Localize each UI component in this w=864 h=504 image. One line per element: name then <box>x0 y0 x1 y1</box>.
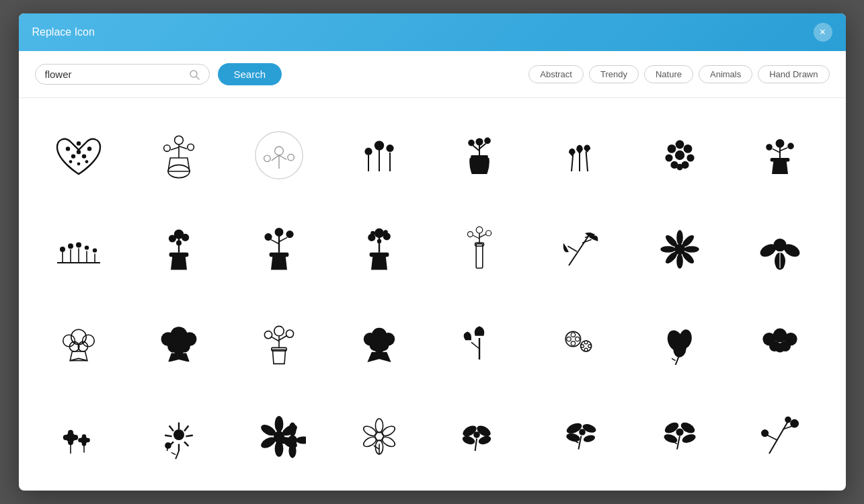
svg-point-170 <box>78 438 82 442</box>
icon-tulip-bouquet[interactable] <box>536 112 623 199</box>
svg-line-98 <box>582 240 592 243</box>
icon-flower-bouquet-2[interactable] <box>135 300 223 387</box>
modal-title: Replace Icon <box>32 26 95 38</box>
svg-point-117 <box>82 335 94 347</box>
icon-flower-leaves-3[interactable] <box>536 394 623 481</box>
svg-point-235 <box>761 429 769 437</box>
svg-point-78 <box>274 228 283 237</box>
replace-icon-modal: Replace Icon × Search Abstract Trendy Na… <box>19 13 846 491</box>
svg-point-223 <box>676 428 683 435</box>
svg-line-233 <box>767 435 777 440</box>
svg-line-97 <box>569 233 590 265</box>
icon-flower-poppy[interactable] <box>636 300 723 387</box>
svg-point-8 <box>69 160 72 163</box>
svg-point-60 <box>68 243 73 249</box>
svg-rect-31 <box>471 155 488 159</box>
icon-flower-bold[interactable] <box>235 394 323 481</box>
svg-point-199 <box>288 444 296 458</box>
svg-line-1 <box>196 77 199 79</box>
svg-point-130 <box>274 326 283 335</box>
icon-flower-sunflower[interactable] <box>135 394 223 481</box>
icon-flower-pot-1[interactable] <box>135 206 223 293</box>
icon-flower-branch-2[interactable] <box>736 394 824 481</box>
svg-point-148 <box>580 341 591 351</box>
svg-point-49 <box>676 164 683 171</box>
icon-flower-pot-small[interactable] <box>736 112 824 199</box>
icon-flower-bouquet-3[interactable] <box>336 300 423 387</box>
svg-point-48 <box>675 140 684 149</box>
svg-line-179 <box>186 435 192 437</box>
svg-line-23 <box>279 155 286 159</box>
svg-point-15 <box>163 145 170 152</box>
filter-nature[interactable]: Nature <box>644 65 693 83</box>
svg-line-185 <box>175 451 179 459</box>
svg-point-45 <box>686 154 694 161</box>
svg-point-198 <box>296 436 305 444</box>
icon-flower-vase-thin[interactable] <box>436 206 523 293</box>
svg-point-197 <box>288 423 296 437</box>
svg-line-157 <box>672 358 676 360</box>
svg-point-37 <box>484 138 491 144</box>
svg-point-86 <box>377 239 381 243</box>
svg-point-200 <box>274 436 288 444</box>
svg-point-58 <box>60 247 65 252</box>
icon-flower-leaves-4[interactable] <box>636 394 723 481</box>
svg-point-35 <box>475 138 483 145</box>
icon-flower-pot-3[interactable] <box>336 206 423 293</box>
icon-flower-heart[interactable] <box>35 112 122 199</box>
filter-animals[interactable]: Animals <box>699 65 752 83</box>
svg-line-209 <box>374 446 379 450</box>
icon-flower-small-1[interactable] <box>35 394 122 481</box>
svg-point-43 <box>683 144 692 153</box>
svg-point-171 <box>85 438 89 442</box>
icon-flower-leaves-2[interactable] <box>436 394 523 481</box>
svg-line-178 <box>184 425 188 431</box>
icon-flower-vase-bouquet[interactable] <box>235 300 323 387</box>
svg-line-142 <box>471 342 479 349</box>
icon-flower-vase-outline[interactable] <box>135 112 223 199</box>
icon-flower-daisy[interactable] <box>636 206 723 293</box>
svg-line-184 <box>169 425 173 431</box>
svg-point-72 <box>182 234 189 241</box>
svg-point-236 <box>785 417 791 423</box>
icon-flower-leaves[interactable] <box>736 206 824 293</box>
icon-flower-bud[interactable] <box>436 300 523 387</box>
icon-flower-three[interactable] <box>736 300 824 387</box>
icon-flower-scatter[interactable] <box>536 300 623 387</box>
svg-point-234 <box>790 419 799 428</box>
filter-trendy[interactable]: Trendy <box>589 65 639 83</box>
icon-flower-cluster[interactable] <box>636 112 723 199</box>
search-input[interactable] <box>45 69 184 80</box>
icon-flower-vase-filled[interactable] <box>436 112 523 199</box>
filter-tags: Abstract Trendy Nature Animals Hand Draw… <box>528 65 829 83</box>
svg-point-56 <box>787 143 794 150</box>
svg-point-176 <box>173 429 184 440</box>
icon-flower-bouquet-1[interactable] <box>35 300 122 387</box>
icon-flower-pot-2[interactable] <box>235 206 323 293</box>
icon-wildflower-field[interactable] <box>35 206 122 293</box>
svg-point-144 <box>566 337 570 341</box>
svg-point-132 <box>264 331 272 339</box>
icon-flower-stems[interactable] <box>336 112 423 199</box>
icon-botanical-branch[interactable] <box>536 206 623 293</box>
search-button[interactable]: Search <box>218 63 282 85</box>
icon-flower-outline-1[interactable] <box>336 394 423 481</box>
svg-line-14 <box>171 147 179 150</box>
svg-point-172 <box>81 434 85 438</box>
icon-flower-circle-thin[interactable] <box>235 112 323 199</box>
svg-rect-50 <box>770 158 789 162</box>
svg-line-180 <box>184 442 188 446</box>
svg-point-36 <box>468 140 475 146</box>
svg-point-17 <box>187 144 194 151</box>
filter-hand-drawn[interactable]: Hand Drawn <box>758 65 829 83</box>
svg-line-156 <box>675 357 678 365</box>
svg-point-219 <box>565 432 580 443</box>
close-button[interactable]: × <box>814 23 832 42</box>
svg-point-147 <box>571 341 575 345</box>
svg-point-190 <box>274 416 283 432</box>
icon-grid <box>35 112 830 481</box>
svg-point-41 <box>674 151 684 160</box>
svg-point-87 <box>370 231 375 235</box>
svg-point-220 <box>582 434 595 444</box>
filter-abstract[interactable]: Abstract <box>528 65 584 83</box>
